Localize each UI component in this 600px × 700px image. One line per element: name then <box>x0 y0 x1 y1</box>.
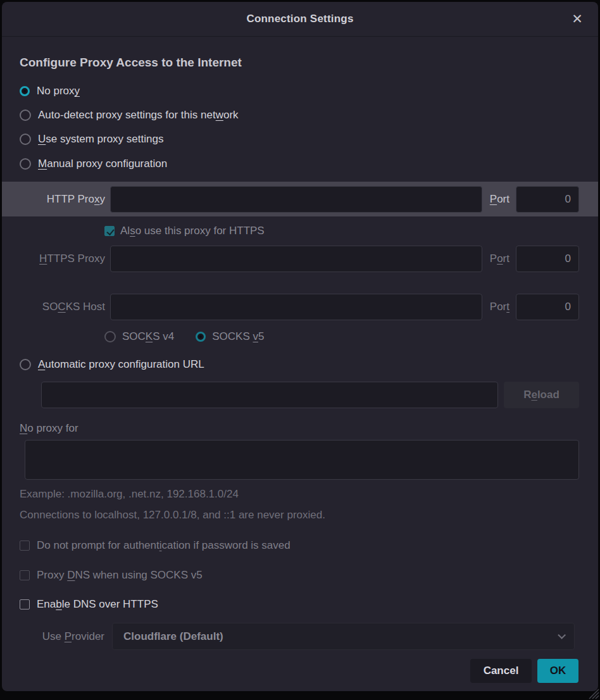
no-proxy-for-textarea[interactable] <box>25 440 579 480</box>
page-title: Configure Proxy Access to the Internet <box>20 56 580 70</box>
radio-socks-v5[interactable] <box>196 332 206 342</box>
also-https-label: Also use this proxy for HTTPS <box>120 225 265 237</box>
http-port-input[interactable] <box>516 186 579 213</box>
radio-manual-proxy[interactable] <box>20 158 31 170</box>
radio-auto-url-label: Automatic proxy configuration URL <box>38 358 204 371</box>
dialog-footer: Cancel OK <box>2 650 598 691</box>
dialog-titlebar: Connection Settings ✕ <box>2 2 598 37</box>
doh-label: Enable DNS over HTTPS <box>37 598 158 611</box>
auto-url-row: Reload <box>41 382 579 408</box>
radio-auto-url[interactable] <box>20 359 31 370</box>
provider-select[interactable]: Cloudflare (Default) <box>112 623 575 650</box>
no-proxy-example-text: Example: .mozilla.org, .net.nz, 192.168.… <box>20 488 580 501</box>
cancel-button[interactable]: Cancel <box>470 659 532 683</box>
close-icon[interactable]: ✕ <box>568 9 587 28</box>
radio-system-proxy[interactable] <box>20 134 31 145</box>
socks-port-input[interactable] <box>516 294 579 320</box>
radio-manual-proxy-label: Manual proxy configuration <box>38 158 167 170</box>
radio-socks-v4[interactable] <box>104 331 116 342</box>
proxy-dns-checkbox[interactable] <box>20 570 30 580</box>
also-https-checkbox[interactable] <box>104 226 115 236</box>
provider-row: Use Provider Cloudflare (Default) <box>2 623 598 650</box>
no-auth-prompt-row[interactable]: Do not prompt for authentication if pass… <box>2 538 598 554</box>
no-proxy-for-label: No proxy for <box>20 422 580 435</box>
also-https-row[interactable]: Also use this proxy for HTTPS <box>104 223 579 239</box>
localhost-note-text: Connections to localhost, 127.0.0.1/8, a… <box>20 509 580 522</box>
radio-system-proxy-label: Use system proxy settings <box>38 133 163 146</box>
http-port-label: Port <box>490 193 509 206</box>
ok-button[interactable]: OK <box>537 659 578 683</box>
dialog-title: Connection Settings <box>246 13 353 25</box>
resize-grip-icon[interactable] <box>585 685 599 699</box>
socks-host-input[interactable] <box>110 294 482 320</box>
proxy-dns-label: Proxy DNS when using SOCKS v5 <box>37 569 203 582</box>
chevron-down-icon <box>558 631 566 639</box>
socks-v4-label: SOCKS v4 <box>122 330 174 343</box>
socks-port-label: Port <box>490 301 509 313</box>
radio-row-auto-detect[interactable]: Auto-detect proxy settings for this netw… <box>2 103 598 127</box>
socks-host-label: SOCKS Host <box>20 301 105 313</box>
socks-version-row: SOCKS v4 SOCKS v5 <box>104 328 579 344</box>
radio-auto-detect-label: Auto-detect proxy settings for this netw… <box>38 109 239 122</box>
no-auth-prompt-checkbox[interactable] <box>20 541 30 551</box>
provider-selected-value: Cloudflare (Default) <box>123 630 223 643</box>
radio-row-manual-proxy[interactable]: Manual proxy configuration <box>2 152 598 176</box>
https-port-input[interactable] <box>516 246 579 272</box>
reload-button[interactable]: Reload <box>504 382 579 408</box>
https-proxy-input[interactable] <box>110 246 482 272</box>
https-proxy-row: HTTPS Proxy Port <box>2 246 598 273</box>
connection-settings-dialog: Connection Settings ✕ Configure Proxy Ac… <box>2 2 598 691</box>
radio-auto-detect[interactable] <box>20 109 31 121</box>
https-port-label: Port <box>490 253 509 265</box>
proxy-dns-row[interactable]: Proxy DNS when using SOCKS v5 <box>2 567 598 583</box>
radio-row-system-proxy[interactable]: Use system proxy settings <box>2 127 598 151</box>
socks-v5-label: SOCKS v5 <box>212 330 264 343</box>
dialog-body: Configure Proxy Access to the Internet N… <box>2 37 598 691</box>
radio-no-proxy-label: No proxy <box>37 85 80 97</box>
http-proxy-label: HTTP Proxy <box>20 193 105 206</box>
doh-checkbox[interactable] <box>20 599 30 609</box>
https-proxy-label: HTTPS Proxy <box>20 253 105 265</box>
no-auth-prompt-label: Do not prompt for authentication if pass… <box>37 539 291 552</box>
socks-host-row: SOCKS Host Port <box>2 293 598 320</box>
auto-url-input[interactable] <box>41 382 498 408</box>
radio-row-no-proxy[interactable]: No proxy <box>2 79 598 103</box>
http-proxy-row: HTTP Proxy Port <box>2 182 598 217</box>
doh-row[interactable]: Enable DNS over HTTPS <box>2 597 598 613</box>
provider-label: Use Provider <box>20 630 104 643</box>
http-proxy-input[interactable] <box>110 186 482 213</box>
radio-row-auto-url[interactable]: Automatic proxy configuration URL <box>2 353 598 377</box>
radio-no-proxy[interactable] <box>20 86 30 96</box>
